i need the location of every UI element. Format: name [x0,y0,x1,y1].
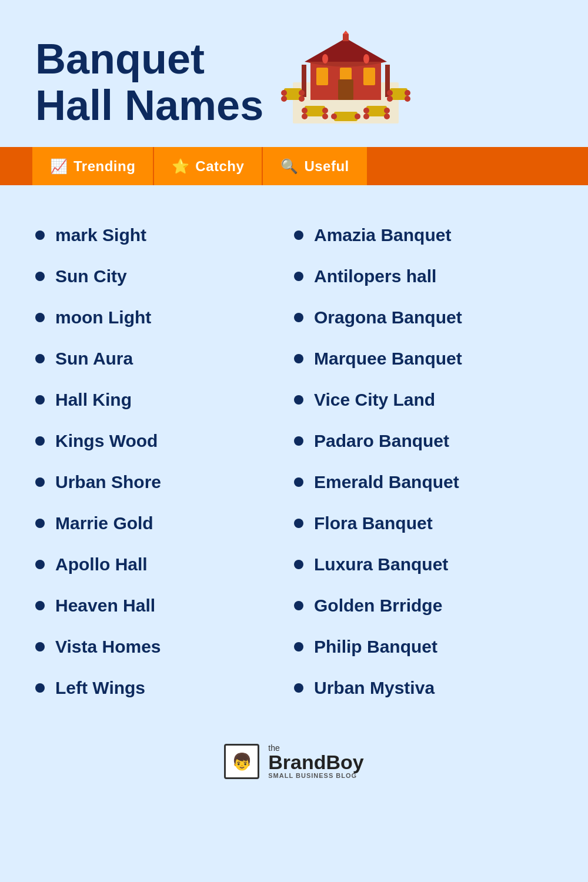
brand-text: the BrandBoy SMALL BUSINESS BLOG [268,744,363,779]
list-item: Sun Aura [35,338,294,379]
bullet [294,354,303,363]
svg-rect-5 [316,68,328,85]
svg-point-18 [387,96,393,102]
list-item: Apollo Hall [35,544,294,585]
nav-label-trending: Trending [74,158,135,175]
list-item: Luxura Banquet [294,544,553,585]
svg-marker-2 [305,38,387,62]
item-text: Philip Banquet [314,637,437,657]
svg-point-19 [405,90,410,96]
nav-item-catchy[interactable]: ⭐ Catchy [154,147,263,185]
svg-point-35 [363,54,369,64]
svg-point-25 [322,113,328,119]
item-text: Vice City Land [314,390,435,410]
item-text: Apollo Hall [55,554,148,574]
svg-point-31 [363,113,369,119]
list-item: Vista Homes [35,626,294,667]
list-item: Padaro Banquet [294,420,553,462]
bullet [35,642,45,652]
list-item: Oragona Banquet [294,297,553,338]
bullet [294,230,303,240]
brand-tagline: SMALL BUSINESS BLOG [268,772,357,779]
catchy-icon: ⭐ [172,158,189,175]
list-item: mark Sight [35,215,294,256]
list-item: Amazia Banquet [294,215,553,256]
bullet [35,354,45,363]
footer: 👦 the BrandBoy SMALL BUSINESS BLOG [0,726,588,803]
list-column-right: Amazia Banquet Antilopers hall Oragona B… [294,215,553,709]
item-text: Hall King [55,390,132,410]
brand-icon: 👦 [232,752,252,771]
list-item: Marrie Gold [35,503,294,544]
bullet [35,560,45,569]
list-item: Philip Banquet [294,626,553,667]
bullet [294,272,303,281]
bullet [294,560,303,569]
brand-logo: 👦 [224,744,259,779]
list-item: Golden Brridge [294,585,553,626]
svg-rect-7 [363,68,375,85]
svg-point-27 [331,113,337,119]
nav-label-useful: Useful [304,158,349,175]
svg-marker-4 [343,31,349,34]
svg-rect-21 [305,106,325,116]
list-item: Flora Banquet [294,503,553,544]
page-wrapper: Banquet Hall Names [0,0,588,882]
item-text: Marrie Gold [55,513,153,533]
banquet-hall-illustration [281,29,410,135]
list-item: Left Wings [35,667,294,709]
item-text: Marquee Banquet [314,349,462,369]
svg-point-28 [355,113,360,119]
svg-point-34 [322,54,328,64]
item-text: mark Sight [55,225,146,245]
trending-icon: 📈 [50,158,68,175]
nav-item-trending[interactable]: 📈 Trending [32,147,154,185]
list-item: Hall King [35,379,294,420]
svg-point-23 [302,113,308,119]
list-item: Heaven Hall [35,585,294,626]
lists-section: mark Sight Sun City moon Light Sun Aura … [0,203,588,726]
item-text: Padaro Banquet [314,431,449,451]
brand-name: BrandBoy [268,752,363,772]
svg-point-30 [363,108,369,113]
item-text: Vista Homes [55,637,161,657]
list-item: Urban Mystiva [294,667,553,709]
bullet [35,519,45,528]
item-text: Flora Banquet [314,513,433,533]
list-item: moon Light [35,297,294,338]
bullet [35,395,45,405]
item-text: Luxura Banquet [314,554,448,574]
header: Banquet Hall Names [0,0,588,147]
svg-point-14 [299,90,305,96]
nav-bar: 📈 Trending ⭐ Catchy 🔍 Useful [0,147,588,185]
bullet [294,313,303,322]
bullet [294,601,303,610]
title-block: Banquet Hall Names [35,36,263,129]
item-text: Urban Mystiva [314,678,435,698]
svg-point-13 [281,96,287,102]
list-item: Sun City [35,256,294,297]
list-item: Kings Wood [35,420,294,462]
bullet [35,230,45,240]
nav-item-useful[interactable]: 🔍 Useful [263,147,368,185]
bullet [35,477,45,487]
bullet [294,436,303,446]
item-text: Oragona Banquet [314,308,462,328]
item-text: Emerald Banquet [314,472,459,492]
bullet [294,395,303,405]
list-item: Urban Shore [35,462,294,503]
useful-icon: 🔍 [280,158,298,175]
list-column-left: mark Sight Sun City moon Light Sun Aura … [35,215,294,709]
nav-label-catchy: Catchy [195,158,244,175]
svg-point-15 [299,96,305,102]
svg-point-33 [384,113,390,119]
list-item: Vice City Land [294,379,553,420]
item-text: Kings Wood [55,431,158,451]
item-text: Antilopers hall [314,266,436,286]
svg-point-24 [322,108,328,113]
svg-point-20 [405,96,410,102]
svg-rect-29 [366,106,387,116]
bullet [294,683,303,693]
item-text: Sun City [55,266,127,286]
list-item: Emerald Banquet [294,462,553,503]
